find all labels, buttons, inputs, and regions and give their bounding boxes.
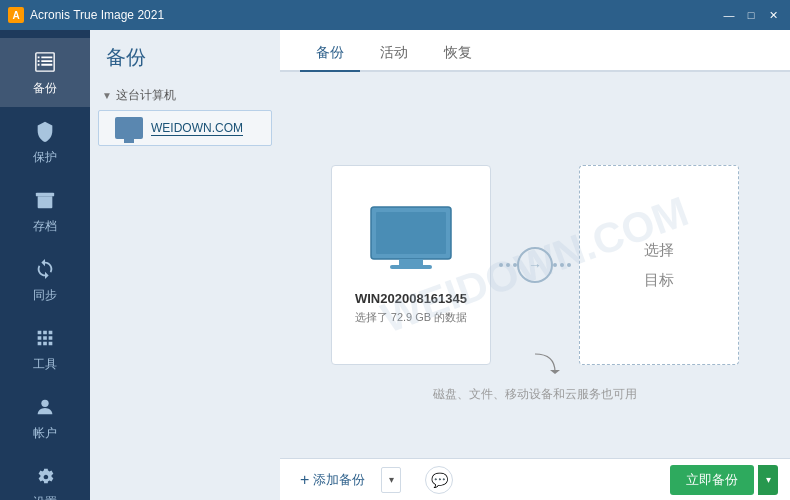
arrow-connector: → (491, 247, 579, 283)
titlebar-left: A Acronis True Image 2021 (8, 7, 164, 23)
svg-point-2 (41, 400, 48, 407)
minimize-button[interactable]: — (720, 7, 738, 23)
tab-recovery[interactable]: 恢复 (428, 36, 488, 70)
dot (567, 263, 571, 267)
computer-name: WEIDOWN.COM (151, 121, 243, 136)
computer-icon (115, 117, 143, 139)
protect-icon (31, 117, 59, 145)
curved-arrow-icon (505, 352, 565, 382)
backup-icon (31, 48, 59, 76)
section-header[interactable]: ▼ 这台计算机 (90, 83, 280, 108)
add-dropdown-button[interactable]: ▾ (381, 467, 401, 493)
sidebar-item-sync[interactable]: 同步 (0, 245, 90, 314)
dest-line1: 选择 (644, 235, 674, 265)
main-layout: 备份 保护 存档 同步 工具 (0, 30, 790, 500)
bottom-bar: + 添加备份 ▾ 💬 立即备份 ▾ (280, 458, 790, 500)
backup-flow: WIN202008161345 选择了 72.9 GB 的数据 → (331, 165, 739, 365)
close-button[interactable]: ✕ (764, 7, 782, 23)
chat-button[interactable]: 💬 (425, 466, 453, 494)
left-dots (499, 263, 517, 267)
dest-line2: 目标 (644, 265, 674, 295)
svg-rect-8 (390, 265, 432, 269)
app-icon: A (8, 7, 24, 23)
sidebar-item-account[interactable]: 帐户 (0, 383, 90, 452)
account-icon (31, 393, 59, 421)
sidebar-label-account: 帐户 (33, 425, 57, 442)
dot (560, 263, 564, 267)
dest-box[interactable]: 选择 目标 (579, 165, 739, 365)
dot (499, 263, 503, 267)
backup-now-button[interactable]: 立即备份 (670, 465, 754, 495)
sidebar-item-archive[interactable]: 存档 (0, 176, 90, 245)
content-area: 备份 ▼ 这台计算机 WEIDOWN.COM 备份 活动 恢复 WEIDOWN.… (90, 30, 790, 500)
sidebar-label-tools: 工具 (33, 356, 57, 373)
tab-activity[interactable]: 活动 (364, 36, 424, 70)
source-info: 选择了 72.9 GB 的数据 (355, 310, 467, 325)
svg-rect-6 (376, 212, 446, 254)
svg-rect-1 (36, 193, 54, 197)
svg-marker-9 (550, 370, 560, 374)
panel-title: 备份 (90, 40, 280, 83)
sidebar-label-archive: 存档 (33, 218, 57, 235)
add-label: 添加备份 (313, 471, 365, 489)
svg-rect-7 (399, 259, 423, 265)
dot (553, 263, 557, 267)
sidebar-item-backup[interactable]: 备份 (0, 38, 90, 107)
plus-icon: + (300, 471, 309, 489)
bottom-right: 立即备份 ▾ (670, 465, 778, 495)
sidebar-item-protect[interactable]: 保护 (0, 107, 90, 176)
titlebar: A Acronis True Image 2021 — □ ✕ (0, 0, 790, 30)
dot (506, 263, 510, 267)
monitor-icon (366, 205, 456, 275)
sidebar-item-tools[interactable]: 工具 (0, 314, 90, 383)
bottom-left: + 添加备份 ▾ 💬 (292, 466, 453, 494)
computer-item[interactable]: WEIDOWN.COM (98, 110, 272, 146)
tabs-bar: 备份 活动 恢复 (280, 30, 790, 72)
tab-backup[interactable]: 备份 (300, 36, 360, 70)
sidebar-label-sync: 同步 (33, 287, 57, 304)
source-name: WIN202008161345 (355, 291, 467, 306)
sidebar-label-protect: 保护 (33, 149, 57, 166)
settings-icon (31, 462, 59, 490)
sidebar-panel: 备份 ▼ 这台计算机 WEIDOWN.COM (90, 30, 280, 500)
source-box[interactable]: WIN202008161345 选择了 72.9 GB 的数据 (331, 165, 491, 365)
archive-icon (31, 186, 59, 214)
add-backup-button[interactable]: + 添加备份 (292, 467, 373, 493)
backup-now-dropdown[interactable]: ▾ (758, 465, 778, 495)
section-label: 这台计算机 (116, 87, 176, 104)
sidebar-item-settings[interactable]: 设置 (0, 452, 90, 500)
sidebar-label-backup: 备份 (33, 80, 57, 97)
titlebar-title: Acronis True Image 2021 (30, 8, 164, 22)
sync-icon (31, 255, 59, 283)
hint-text: 磁盘、文件、移动设备和云服务也可用 (433, 386, 637, 403)
hint-area: 磁盘、文件、移动设备和云服务也可用 (433, 352, 637, 403)
maximize-button[interactable]: □ (742, 7, 760, 23)
arrow-circle: → (517, 247, 553, 283)
sidebar-label-settings: 设置 (33, 494, 57, 500)
right-dots (553, 263, 571, 267)
sidebar: 备份 保护 存档 同步 工具 (0, 30, 90, 500)
section-collapse-icon: ▼ (102, 90, 112, 101)
titlebar-controls: — □ ✕ (720, 7, 782, 23)
workspace: WEIDOWN.COM WIN2020081613 (280, 72, 790, 458)
right-content: 备份 活动 恢复 WEIDOWN.COM (280, 30, 790, 500)
tools-icon (31, 324, 59, 352)
